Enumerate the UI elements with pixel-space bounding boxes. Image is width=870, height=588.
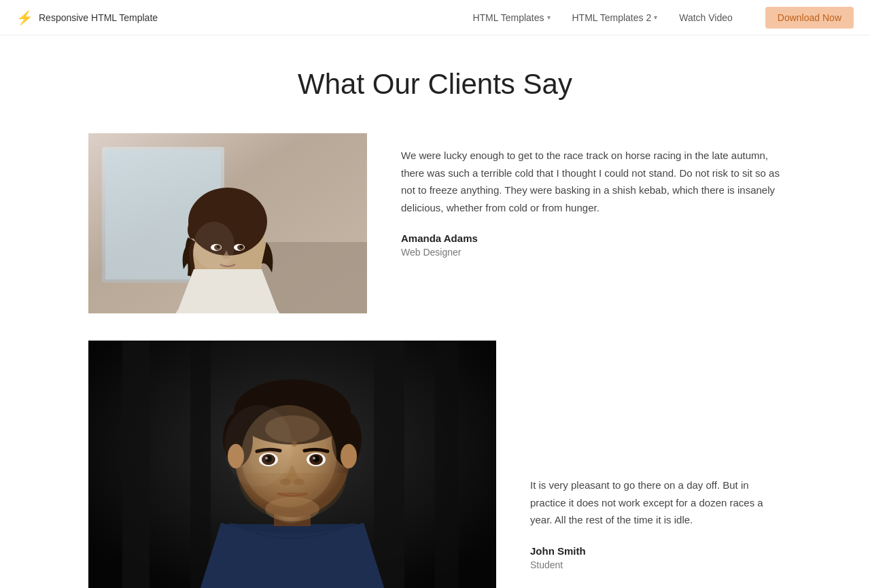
nav-watch-video[interactable]: Watch Video [679,12,733,23]
main-content: What Our Clients Say [0,35,870,588]
testimonial-1-role: Web Designer [401,247,782,258]
html-templates-label: HTML Templates [472,12,544,23]
nav-links: HTML Templates ▾ HTML Templates 2 ▾ Watc… [472,7,854,29]
testimonial-2: It is very pleasant to go there on a day… [88,341,782,588]
dropdown-arrow-1: ▾ [547,14,551,21]
dropdown-arrow-2: ▾ [654,14,657,21]
testimonial-2-image [88,341,496,588]
brand-text: Responsive HTML Template [39,12,158,23]
testimonial-1-content: We were lucky enough to get to the race … [367,133,782,271]
svg-point-17 [194,222,234,269]
svg-point-38 [313,457,315,460]
svg-point-43 [341,444,357,468]
testimonial-2-text: It is very pleasant to go there on a day… [530,477,782,529]
testimonial-1-image [88,133,367,313]
testimonial-2-name: John Smith [530,545,782,557]
svg-rect-19 [122,341,150,588]
svg-rect-21 [374,341,404,588]
testimonial-1-text: We were lucky enough to get to the race … [401,147,782,216]
svg-point-44 [292,441,297,447]
bolt-icon: ⚡ [16,10,33,26]
testimonial-1: We were lucky enough to get to the race … [88,133,782,313]
svg-rect-22 [435,341,459,588]
testimonial-2-role: Student [530,559,782,570]
svg-rect-20 [190,341,211,588]
svg-point-45 [224,405,292,487]
nav-html-templates[interactable]: HTML Templates ▾ [472,12,550,23]
testimonial-1-name: Amanda Adams [401,232,782,244]
nav-brand: ⚡ Responsive HTML Template [16,10,472,26]
testimonial-2-content: It is very pleasant to go there on a day… [496,341,782,584]
section-title: What Our Clients Say [88,68,782,101]
nav-html-templates-2[interactable]: HTML Templates 2 ▾ [572,12,658,23]
navbar: ⚡ Responsive HTML Template HTML Template… [0,0,870,35]
download-now-button[interactable]: Download Now [765,7,854,29]
html-templates-2-label: HTML Templates 2 [572,12,652,23]
watch-video-label: Watch Video [679,12,733,23]
svg-point-14 [240,245,243,248]
